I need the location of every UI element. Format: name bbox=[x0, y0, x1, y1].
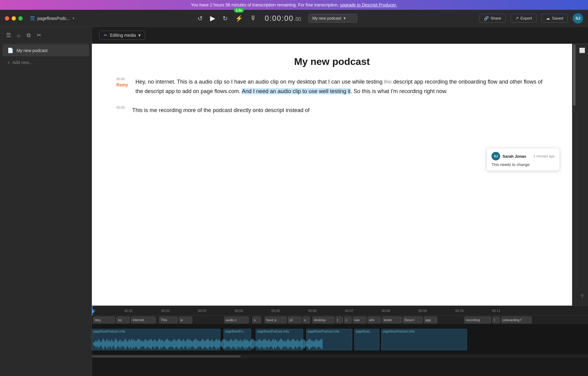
clip-desktop[interactable]: desktop bbox=[312, 317, 334, 323]
avatar-initials: SJ bbox=[575, 16, 580, 21]
sidebar-toolbar: ☰ ⌕ ⧉ ✂ bbox=[0, 27, 92, 44]
audio-clip-6[interactable]: pageflowsPodcast.m4a bbox=[381, 329, 467, 350]
add-new-button[interactable]: + Add new... bbox=[2, 58, 89, 67]
playhead-dot bbox=[92, 310, 94, 313]
forward-button[interactable]: ↻ bbox=[221, 13, 229, 23]
clip-internet[interactable]: internet. bbox=[131, 317, 156, 323]
ruler-mark-5: 00:05 bbox=[271, 309, 280, 313]
minimize-button[interactable] bbox=[12, 16, 16, 21]
text-segment-3: . So this is what I'm recording right no… bbox=[351, 88, 448, 94]
audio-clip-2[interactable]: pageflowsPo... bbox=[224, 329, 251, 350]
effects-button[interactable]: ⚡ bbox=[234, 13, 244, 23]
clip-this[interactable]: This bbox=[159, 317, 178, 323]
mic-button[interactable]: 🎙 bbox=[249, 13, 258, 23]
ruler-mark-8: 00:08 bbox=[382, 309, 390, 313]
clip-hey[interactable]: Hey, bbox=[93, 317, 115, 323]
cloud-icon: ☁ bbox=[546, 16, 550, 21]
editing-media-label: Editing media bbox=[110, 33, 136, 38]
speed-badge[interactable]: 1.3x bbox=[234, 8, 243, 13]
main-layout: ☰ ⌕ ⧉ ✂ 📄 My new podcast + Add new... ✏ … bbox=[0, 27, 588, 376]
comment-header: SJ Sarah Jonas 2 minutes ago bbox=[492, 152, 555, 160]
saved-button[interactable]: ☁ Saved bbox=[541, 14, 568, 23]
comment-avatar-initials: SJ bbox=[494, 154, 498, 158]
rewind-button[interactable]: ↺ bbox=[196, 13, 204, 23]
ruler-mark-2: 00:02 bbox=[161, 309, 170, 313]
audio-clip-3[interactable]: pageflowsPodcast.m4a bbox=[256, 329, 303, 350]
clip-descri[interactable]: Descri bbox=[403, 317, 423, 323]
upgrade-link[interactable]: upgrade to Descript Producer. bbox=[340, 2, 397, 7]
clip-s[interactable]: s bbox=[252, 317, 261, 323]
timestamp-2: 00:00 bbox=[116, 106, 125, 109]
timeline-scrollbar-thumb[interactable] bbox=[92, 355, 241, 357]
speaker-label-2: 00:00 bbox=[116, 106, 125, 115]
scissors-icon-button[interactable]: ✂ bbox=[36, 31, 43, 40]
export-button[interactable]: ↗ Export bbox=[511, 14, 537, 23]
audio-clip-label-1: pageflowsPodcast.m4a bbox=[93, 330, 125, 333]
ruler-mark-6: 00:06 bbox=[308, 309, 317, 313]
clip-recording[interactable]: recording bbox=[464, 317, 491, 323]
clip-cli[interactable]: cli bbox=[288, 317, 301, 323]
maximize-button[interactable] bbox=[18, 16, 23, 21]
right-panel: ⬜ ? bbox=[576, 44, 588, 306]
app-title-section[interactable]: ☰ pageflowsPodc... ▾ bbox=[30, 15, 74, 22]
clip-app[interactable]: app bbox=[424, 317, 437, 323]
ruler-mark-3: 00:03 bbox=[198, 309, 206, 313]
clip-no[interactable]: no bbox=[116, 317, 130, 323]
play-button[interactable]: ▶ bbox=[209, 13, 217, 24]
clip-use[interactable]: use bbox=[353, 317, 366, 323]
audio-clip-1[interactable]: pageflowsPodcast.m4a bbox=[92, 329, 221, 350]
ruler-mark-9: 00:09 bbox=[418, 309, 427, 313]
menu-icon-button[interactable]: ☰ bbox=[5, 31, 12, 40]
clip-t[interactable]: t bbox=[336, 317, 343, 323]
audio-track[interactable]: pageflowsPodcast.m4a pageflowsPo... page… bbox=[92, 324, 588, 355]
notification-text: You have 2 hours 58 minutes of transcrip… bbox=[191, 2, 339, 7]
sequence-label: My new podcast bbox=[312, 16, 341, 21]
panel-icon-1[interactable]: ⬜ bbox=[579, 47, 585, 53]
timeline-scrollbar[interactable] bbox=[92, 355, 588, 358]
timestamp-1: 00:00 bbox=[116, 77, 128, 81]
scrollbar-track[interactable] bbox=[572, 44, 576, 306]
clip-have[interactable]: have a bbox=[265, 317, 287, 323]
share-button[interactable]: 🔗 Share bbox=[479, 14, 506, 23]
editing-media-button[interactable]: ✏ Editing media ▾ bbox=[99, 31, 145, 40]
search-icon-button[interactable]: ⌕ bbox=[16, 31, 22, 40]
clip-while[interactable]: whi bbox=[368, 317, 381, 323]
close-button[interactable] bbox=[5, 16, 9, 21]
timeline-area: 0:00 00:01 00:02 00:03 00:04 00:05 00:06… bbox=[92, 306, 588, 376]
transcript-text-2[interactable]: This is me recording more of the podcast… bbox=[132, 106, 548, 115]
user-avatar[interactable]: SJ bbox=[573, 13, 583, 24]
clip-onboarding[interactable]: onboarding f bbox=[501, 317, 532, 323]
transport-controls: ↺ ▶ ↻ 1.3x ⚡ 🎙 bbox=[196, 13, 258, 24]
comment-time: 2 minutes ago bbox=[533, 154, 555, 158]
clip-c[interactable]: c bbox=[344, 317, 352, 323]
audio-clip-label-6: pageflowsPodcast.m4a bbox=[383, 330, 414, 333]
transcript-area[interactable]: My new podcast 00:00 Ramy Hey, no intern… bbox=[92, 44, 572, 306]
audio-clip-5[interactable]: pageflows... bbox=[354, 329, 379, 350]
ruler-mark-1: 00:01 bbox=[124, 309, 133, 313]
timeline-ruler[interactable]: 0:00 00:01 00:02 00:03 00:04 00:05 00:06… bbox=[92, 306, 588, 316]
clip-audio[interactable]: audio c bbox=[224, 317, 249, 323]
clip-t2[interactable]: t bbox=[492, 317, 500, 323]
transcript-block-2: 00:00 This is me recording more of the p… bbox=[116, 106, 548, 115]
sidebar-item-label: My new podcast bbox=[17, 48, 47, 53]
content-area: ✏ Editing media ▾ My new podcast 00:00 R… bbox=[92, 27, 588, 376]
clip-o[interactable]: o bbox=[303, 317, 310, 323]
clip-testing[interactable]: testin bbox=[382, 317, 402, 323]
transcript-text-1[interactable]: Hey, no internet. This is a audio clip s… bbox=[135, 77, 548, 96]
comment-avatar: SJ bbox=[492, 152, 500, 160]
add-label: Add new... bbox=[12, 60, 32, 65]
clip-is[interactable]: is bbox=[179, 317, 192, 323]
copy-icon-button[interactable]: ⧉ bbox=[25, 31, 32, 40]
sidebar-item-podcast[interactable]: 📄 My new podcast bbox=[2, 44, 89, 56]
timecode-display: 0:00:00 .00 bbox=[265, 14, 301, 23]
app-logo-icon: ☰ bbox=[30, 15, 35, 22]
audio-clip-label-4: pageflowsPodcast.m4a bbox=[308, 330, 339, 333]
help-icon[interactable]: ? bbox=[581, 294, 583, 299]
sequence-selector[interactable]: My new podcast ▾ bbox=[308, 14, 357, 23]
ruler-mark-4: 00:04 bbox=[235, 309, 243, 313]
app-title[interactable]: pageflowsPodc... bbox=[37, 16, 70, 21]
comment-author: Sarah Jonas bbox=[503, 154, 526, 159]
scrollbar-thumb[interactable] bbox=[573, 44, 575, 106]
notification-bar: You have 2 hours 58 minutes of transcrip… bbox=[0, 0, 588, 10]
audio-clip-4[interactable]: pageflowsPodcast.m4a bbox=[306, 329, 352, 350]
